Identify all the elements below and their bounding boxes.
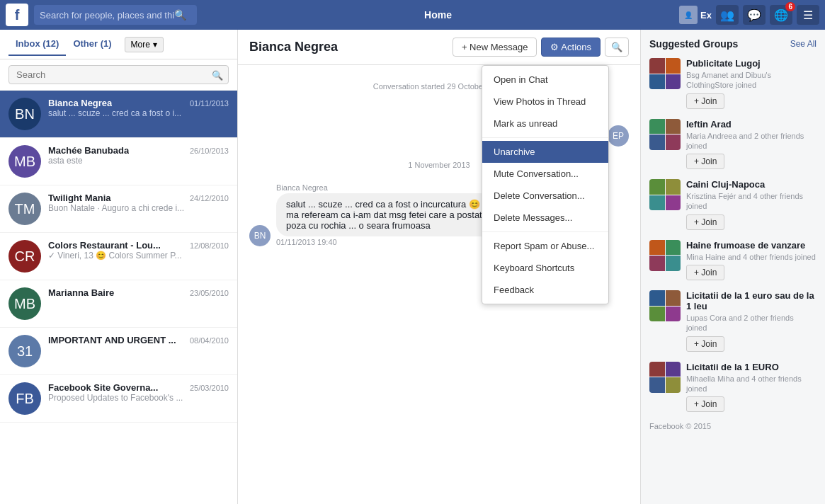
group-avatar — [649, 290, 681, 321]
bubble-meta: 01/11/2013 19:40 — [276, 238, 504, 246]
home-button[interactable]: Home — [416, 6, 460, 23]
avatar-quarter — [666, 74, 681, 90]
sender-avatar: EP — [608, 125, 629, 147]
avatar: FB — [8, 382, 41, 415]
search-conversation-button[interactable]: 🔍 — [605, 38, 629, 57]
message-preview: asta este — [48, 156, 229, 166]
search-messages-icon: 🔍 — [212, 69, 223, 80]
message-list: BN Bianca Negrea 01/11/2013 salut ... sc… — [0, 91, 237, 504]
nav-icons: 👤 Ex 👥 💬 🌐 6 ☰ — [679, 5, 819, 25]
message-date: 08/04/2010 — [190, 336, 229, 345]
join-button[interactable]: + Join — [686, 214, 724, 230]
user-avatar-small: 👤 — [679, 6, 698, 24]
actions-button[interactable]: ⚙ Actions — [541, 38, 601, 57]
conversation-title: Bianca Negrea — [249, 40, 453, 55]
group-info: Licitatii de la 1 EURO Mihaella Miha and… — [686, 362, 817, 413]
friends-icon-button[interactable]: 👥 — [716, 5, 739, 25]
sender-avatar: BN — [249, 225, 271, 246]
join-button[interactable]: + Join — [686, 93, 724, 109]
nav-center: Home — [203, 6, 673, 23]
dropdown-item[interactable]: Open in Chat — [482, 69, 608, 91]
avatar-quarter — [649, 134, 665, 150]
list-item[interactable]: MB Machée Banubada 26/10/2013 asta este — [0, 138, 237, 185]
tab-other[interactable]: Other (1) — [66, 33, 118, 56]
suggested-groups-header: Suggested Groups See All — [649, 38, 817, 50]
join-button[interactable]: + Join — [686, 336, 724, 352]
join-button[interactable]: + Join — [686, 154, 724, 169]
list-item[interactable]: CR Colors Restaurant - Lou... 12/08/2010… — [0, 233, 237, 280]
message-date: 25/03/2010 — [190, 384, 229, 392]
notification-badge: 6 — [785, 2, 795, 11]
dropdown-item[interactable]: Delete Conversation... — [482, 185, 608, 207]
tab-inbox[interactable]: Inbox (12) — [8, 33, 66, 56]
list-item: Publicitate Lugoj Bsg Amanet and Dibuu's… — [649, 58, 817, 109]
list-item: Licitatii de la 1 euro sau de la 1 leu L… — [649, 290, 817, 352]
avatar-quarter — [666, 134, 681, 150]
avatar: TM — [8, 193, 41, 225]
group-description: Lupas Cora and 2 other friends joined — [686, 313, 817, 333]
group-description: Krisztina Fejér and 4 other friends join… — [686, 191, 817, 212]
group-description: Bsg Amanet and Dibuu's ClothingStore joi… — [686, 70, 817, 91]
dropdown-item[interactable]: Delete Messages... — [482, 207, 608, 229]
avatar-quarter — [649, 119, 665, 134]
avatar-quarter — [649, 256, 665, 271]
avatar-quarter — [666, 362, 681, 377]
message-preview: salut ... scuze ... cred ca a fost o i..… — [48, 108, 229, 118]
group-name: Licitatii de la 1 euro sau de la 1 leu — [686, 290, 817, 311]
dropdown-separator — [482, 231, 608, 232]
join-button[interactable]: + Join — [686, 265, 724, 280]
dropdown-item[interactable]: Mark as unread — [482, 113, 608, 134]
dropdown-item[interactable]: Keyboard Shortcuts — [482, 257, 608, 279]
messages-icon-button[interactable]: 💬 — [743, 5, 766, 25]
conversation-header: Bianca Negrea + New Message ⚙ Actions 🔍 — [238, 30, 640, 65]
group-info: Haine frumoase de vanzare Mina Haine and… — [686, 240, 817, 280]
list-item[interactable]: FB Facebook Site Governa... 25/03/2010 P… — [0, 375, 237, 423]
message-content: IMPORTANT AND URGENT ... 08/04/2010 — [48, 335, 229, 345]
chevron-down-icon: ▾ — [153, 40, 157, 50]
message-content: Machée Banubada 26/10/2013 asta este — [48, 145, 229, 166]
dropdown-item[interactable]: Report Spam or Abuse... — [482, 235, 608, 257]
inbox-tabs: Inbox (12) Other (1) More ▾ — [0, 30, 237, 59]
suggested-title: Suggested Groups — [649, 38, 738, 50]
list-item[interactable]: 31 IMPORTANT AND URGENT ... 08/04/2010 — [0, 328, 237, 375]
list-item: Caini Cluj-Napoca Krisztina Fejér and 4 … — [649, 179, 817, 230]
bubble-text: salut ... scuze ... cred ca a fost o inc… — [276, 193, 504, 236]
main-layout: Inbox (12) Other (1) More ▾ 🔍 BN Bianca … — [0, 30, 825, 504]
new-message-button[interactable]: + New Message — [453, 38, 537, 57]
notifications-icon-button[interactable]: 🌐 6 — [770, 5, 792, 25]
dropdown-item[interactable]: View Photos in Thread — [482, 91, 608, 113]
avatar: MB — [8, 287, 41, 320]
avatar: 31 — [8, 335, 41, 367]
group-name: Licitatii de la 1 EURO — [686, 362, 817, 372]
more-button[interactable]: More ▾ — [125, 37, 164, 52]
group-name: Publicitate Lugoj — [686, 58, 817, 69]
group-info: Licitatii de la 1 euro sau de la 1 leu L… — [686, 290, 817, 352]
see-all-link[interactable]: See All — [790, 39, 817, 49]
settings-icon-button[interactable]: ☰ — [797, 5, 819, 25]
avatar-quarter — [649, 240, 665, 256]
group-description: Mihaella Miha and 4 other friends joined — [686, 374, 817, 394]
list-item: Ieftin Arad Maria Andreea and 2 other fr… — [649, 119, 817, 170]
message-sender-name: Facebook Site Governa... — [48, 382, 158, 393]
top-navigation: f 🔍 Home 👤 Ex 👥 💬 🌐 6 ☰ — [0, 0, 825, 30]
search-input[interactable] — [40, 10, 174, 21]
avatar-quarter — [649, 74, 665, 90]
avatar-quarter — [649, 195, 665, 211]
message-preview: Proposed Updates to Facebook's ... — [48, 393, 229, 403]
avatar-quarter — [666, 179, 681, 195]
nav-user[interactable]: 👤 Ex — [679, 6, 712, 24]
join-button[interactable]: + Join — [686, 396, 724, 412]
avatar-quarter — [666, 256, 681, 271]
dropdown-item[interactable]: Feedback — [482, 279, 608, 301]
facebook-logo: f — [6, 4, 28, 26]
list-item[interactable]: TM Twilight Mania 24/12/2010 Buon Natale… — [0, 185, 237, 233]
avatar-quarter — [666, 377, 681, 393]
message-search-input[interactable] — [8, 65, 229, 84]
list-item[interactable]: MB Marianna Baire 23/05/2010 — [0, 280, 237, 328]
search-bar[interactable]: 🔍 — [34, 5, 197, 25]
dropdown-item[interactable]: Mute Conversation... — [482, 163, 608, 185]
group-description: Maria Andreea and 2 other friends joined — [686, 131, 817, 151]
dropdown-item[interactable]: Unarchive — [482, 141, 608, 163]
avatar: CR — [8, 240, 41, 273]
list-item[interactable]: BN Bianca Negrea 01/11/2013 salut ... sc… — [0, 91, 237, 138]
